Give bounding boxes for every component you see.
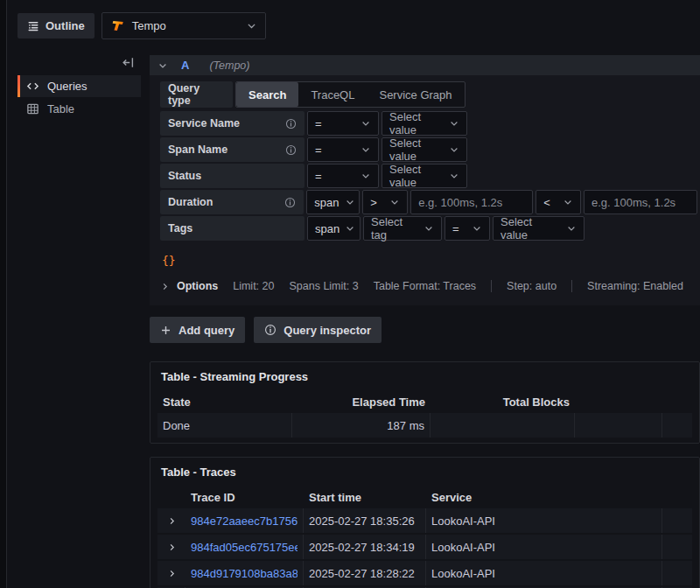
traceql-preview[interactable]: {} <box>160 242 700 270</box>
duration-min-input[interactable] <box>410 190 533 214</box>
add-query-label: Add query <box>178 324 234 337</box>
status-operator-select[interactable]: = <box>307 164 379 188</box>
service-name-value-select[interactable]: Select value <box>382 111 467 136</box>
tags-operator-select[interactable]: = <box>444 216 490 241</box>
code-brackets-icon <box>26 80 39 93</box>
outline-button-label: Outline <box>46 19 85 32</box>
span-name-operator-select[interactable]: = <box>307 137 379 162</box>
cell-empty <box>662 535 692 559</box>
cell-start-time: 2025-02-27 18:34:19 <box>304 535 426 559</box>
cell-total-blocks <box>430 413 575 438</box>
add-query-button[interactable]: Add query <box>150 317 245 343</box>
query-row-header[interactable]: A (Tempo) <box>150 55 700 75</box>
row-expander-icon[interactable] <box>158 561 186 585</box>
column-header-trace-id[interactable]: Trace ID <box>186 491 304 504</box>
outline-button[interactable]: Outline <box>18 13 94 38</box>
query-datasource-hint: (Tempo) <box>209 60 249 72</box>
chevron-down-icon <box>557 197 573 207</box>
field-label-text: Span Name <box>168 144 228 156</box>
select-placeholder: Select tag <box>371 215 418 242</box>
duration-max-input[interactable] <box>584 190 697 214</box>
info-icon[interactable] <box>284 197 296 208</box>
tags-tag-select[interactable]: Select tag <box>363 216 442 241</box>
outline-icon <box>27 20 39 32</box>
query-inspector-button[interactable]: Query inspector <box>254 317 382 343</box>
table-row: 984fad05ec675175eee... 2025-02-27 18:34:… <box>158 535 692 559</box>
select-value: = <box>315 170 322 183</box>
select-value: > <box>370 196 377 209</box>
query-ref-id[interactable]: A <box>181 59 189 72</box>
select-value: < <box>543 196 550 209</box>
column-header-start-time[interactable]: Start time <box>304 491 426 504</box>
cell-empty <box>662 508 692 533</box>
toolbar: Outline Tempo <box>18 12 700 39</box>
trace-id-link[interactable]: 984e72aaeec7b17563f... <box>191 514 298 528</box>
row-expander-icon[interactable] <box>158 508 186 533</box>
field-label-text: Service Name <box>168 117 240 130</box>
sidebar-item-queries[interactable]: Queries <box>18 75 141 97</box>
streaming-progress-panel: Table - Streaming Progress State Elapsed… <box>150 361 700 444</box>
sidebar-item-label: Table <box>47 102 74 116</box>
chevron-down-icon <box>418 223 434 234</box>
collapse-pane-icon[interactable] <box>122 56 135 69</box>
cell-state: Done <box>158 413 292 438</box>
traces-panel: Table - Traces Trace ID Start time Servi… <box>150 457 700 588</box>
query-type-label: Query type <box>160 81 233 108</box>
status-value-select[interactable]: Select value <box>382 164 467 188</box>
query-type-option-traceql[interactable]: TraceQL <box>298 82 367 107</box>
chevron-down-icon <box>158 60 168 71</box>
field-label-text: Duration <box>168 196 213 208</box>
row-expander-icon[interactable] <box>158 535 186 559</box>
duration-scope-select[interactable]: span <box>306 190 360 214</box>
trace-id-link[interactable]: 984d9179108ba83a8ab... <box>191 567 298 580</box>
duration-min-operator-select[interactable]: > <box>362 190 408 214</box>
column-header-service[interactable]: Service <box>426 491 662 504</box>
select-placeholder: Select value <box>389 136 444 163</box>
chevron-down-icon <box>444 171 459 181</box>
chevron-down-icon <box>444 118 459 129</box>
chevron-down-icon <box>246 20 257 32</box>
select-placeholder: Select value <box>389 110 444 136</box>
options-toggle[interactable]: Options <box>160 280 218 292</box>
chevron-down-icon <box>561 223 577 234</box>
column-header-state[interactable]: State <box>158 396 292 409</box>
chevron-down-icon <box>384 197 400 207</box>
table-icon <box>26 102 39 116</box>
chevron-down-icon <box>355 171 371 181</box>
cell-empty <box>662 561 692 585</box>
query-type-option-service-graph[interactable]: Service Graph <box>367 82 464 107</box>
chevron-right-icon <box>160 282 170 291</box>
query-actions: Add query Query inspector <box>150 317 700 343</box>
panel-title: Table - Traces <box>158 458 692 486</box>
datasource-picker[interactable]: Tempo <box>102 12 266 39</box>
duration-label: Duration <box>160 190 304 214</box>
info-icon[interactable] <box>285 118 297 130</box>
datasource-picker-value: Tempo <box>132 19 166 32</box>
panel-title: Table - Streaming Progress <box>158 362 692 390</box>
pane-divider[interactable] <box>0 0 7 588</box>
tags-scope-select[interactable]: span <box>307 216 360 241</box>
cell-start-time: 2025-02-27 18:28:22 <box>304 561 426 585</box>
sidebar-item-table[interactable]: Table <box>18 98 141 120</box>
select-placeholder: Select value <box>500 215 561 242</box>
duration-max-operator-select[interactable]: < <box>536 190 581 214</box>
editor-sidebar: Queries Table <box>18 55 141 588</box>
cell-start-time: 2025-02-27 18:35:26 <box>304 508 426 533</box>
query-type-radio-group: Search TraceQL Service Graph <box>235 81 466 108</box>
cell-service: LookoAI-API <box>426 508 662 533</box>
info-icon[interactable] <box>285 144 297 156</box>
column-header-total-blocks[interactable]: Total Blocks <box>430 396 575 409</box>
service-name-operator-select[interactable]: = <box>307 111 379 136</box>
tags-value-select[interactable]: Select value <box>493 216 584 241</box>
field-label-text: Status <box>168 170 201 182</box>
cell-empty <box>575 413 662 438</box>
trace-id-link[interactable]: 984fad05ec675175eee... <box>191 541 298 554</box>
query-type-option-search[interactable]: Search <box>236 82 298 107</box>
sidebar-item-label: Queries <box>47 80 88 93</box>
span-name-value-select[interactable]: Select value <box>382 137 467 162</box>
service-name-label: Service Name <box>160 111 304 136</box>
options-table-format: Table Format: Traces <box>374 280 476 292</box>
info-circle-icon <box>264 324 276 336</box>
select-value: span <box>315 222 340 235</box>
column-header-elapsed-time[interactable]: Elapsed Time <box>292 396 430 409</box>
